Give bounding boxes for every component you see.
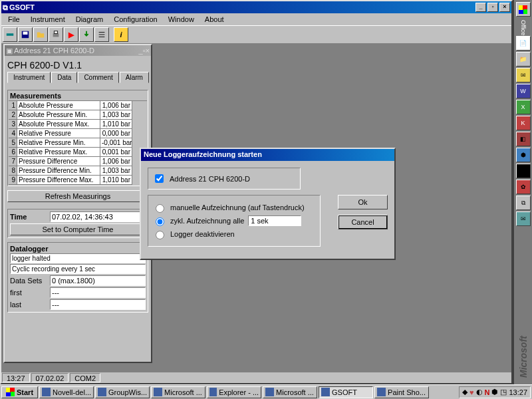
dialog-title: Neue Loggeraufzeichnung starten bbox=[141, 149, 394, 161]
tool-info-icon[interactable]: i bbox=[114, 27, 128, 42]
taskbar-button[interactable]: Paint Sho... bbox=[374, 386, 429, 398]
measurement-row: 4Relative Pressure0,000 bar bbox=[9, 129, 147, 138]
device-heading: CPH 6200-D V1.1 bbox=[7, 60, 148, 70]
tray-icon-4[interactable]: N bbox=[485, 388, 490, 396]
office-shortcut-11[interactable]: ⧉ bbox=[516, 196, 531, 210]
taskbar-button[interactable]: Microsoft ... bbox=[263, 386, 317, 398]
measurement-row: 6Relative Pressure Max.0,001 bar bbox=[9, 148, 147, 157]
status-port: COM2 bbox=[70, 373, 100, 382]
office-shortcut-1[interactable]: 📄 bbox=[516, 36, 531, 51]
child-close-button[interactable]: × bbox=[146, 47, 150, 55]
taskbar-button[interactable]: Novell-del... bbox=[39, 386, 94, 398]
office-shortcut-2[interactable]: 📁 bbox=[516, 52, 531, 66]
last-field bbox=[50, 299, 146, 310]
office-shortcut-3[interactable]: ✉ bbox=[516, 68, 531, 82]
logger-status-2: Cyclic recording every 1 sec bbox=[10, 264, 146, 274]
child-title: Address 21 CPH 6200-D bbox=[13, 47, 139, 55]
menu-window[interactable]: Window bbox=[163, 14, 200, 25]
office-bar: Office 📄 📁 ✉ W X K ◧ ⬢ ⬢ ✿ ⧉ ✉ Microsoft bbox=[513, 0, 532, 384]
tab-comment[interactable]: Comment bbox=[78, 72, 118, 83]
menu-about[interactable]: About bbox=[200, 14, 229, 25]
office-shortcut-9[interactable]: ⬢ bbox=[516, 164, 531, 178]
office-shortcut-7[interactable]: ◧ bbox=[516, 132, 531, 146]
radio-cyclic[interactable] bbox=[156, 217, 164, 226]
tray-icon-3[interactable]: ◐ bbox=[476, 388, 483, 396]
close-button[interactable]: × bbox=[499, 3, 510, 12]
instrument-window: ▣ Address 21 CPH 6200-D _ ▫ × CPH 6200-D… bbox=[3, 44, 152, 363]
time-field[interactable] bbox=[50, 211, 146, 222]
ok-button[interactable]: Ok bbox=[338, 195, 388, 209]
menu-instrument[interactable]: Instrument bbox=[25, 14, 70, 25]
device-checkbox[interactable] bbox=[155, 174, 164, 183]
system-tray: ◆ ♥ ◐ N ⬢ ◳ 13:27 bbox=[459, 386, 531, 398]
tool-download-icon[interactable] bbox=[79, 27, 94, 42]
logger-status-1: logger halted bbox=[10, 253, 146, 263]
app-icon: ⧉ bbox=[3, 3, 8, 12]
taskbar-button[interactable]: Explorer - ... bbox=[207, 386, 261, 398]
measurements-panel: Measurements 1Absolute Pressure1,006 bar… bbox=[7, 90, 148, 186]
office-shortcut-4[interactable]: W bbox=[516, 84, 531, 98]
taskbar-button[interactable]: Microsoft ... bbox=[151, 386, 205, 398]
first-field bbox=[50, 287, 146, 298]
measurement-row: 3Absolute Pressure Max.1,010 bar bbox=[9, 120, 147, 129]
tool-list-icon[interactable] bbox=[94, 27, 109, 42]
microsoft-label: Microsoft bbox=[518, 336, 529, 378]
tray-icon-1[interactable]: ◆ bbox=[462, 388, 467, 396]
tab-instrument[interactable]: Instrument bbox=[7, 72, 51, 83]
datasets-label: Data Sets bbox=[10, 277, 50, 285]
tool-save-icon[interactable] bbox=[18, 27, 33, 42]
maximize-button[interactable]: ▫ bbox=[487, 3, 498, 12]
office-shortcut-12[interactable]: ✉ bbox=[516, 211, 531, 226]
toolbar: ▶ i bbox=[1, 25, 511, 44]
tray-icon-6[interactable]: ◳ bbox=[500, 388, 507, 396]
radio-deactivate[interactable] bbox=[156, 231, 164, 239]
office-logo-icon[interactable] bbox=[516, 2, 531, 17]
tab-alarm[interactable]: Alarm bbox=[120, 72, 149, 83]
tool-open-icon[interactable] bbox=[33, 27, 48, 42]
measurements-title: Measurements bbox=[9, 91, 147, 101]
status-time: 13:27 bbox=[2, 373, 30, 382]
app-title: GSOFT bbox=[8, 3, 474, 11]
menubar: File Instrument Diagram Configuration Wi… bbox=[1, 13, 511, 25]
tool-print-icon[interactable] bbox=[49, 27, 63, 42]
windows-icon bbox=[6, 388, 15, 396]
menu-diagram[interactable]: Diagram bbox=[70, 14, 109, 25]
office-shortcut-8[interactable]: ⬢ bbox=[516, 148, 531, 162]
tool-record-icon[interactable]: ▶ bbox=[64, 27, 78, 42]
datalogger-title: Datalogger bbox=[10, 245, 146, 253]
office-shortcut-5[interactable]: X bbox=[516, 100, 531, 114]
taskbar-button[interactable]: GSOFT bbox=[319, 386, 373, 398]
set-time-button[interactable]: Set to Computer Time bbox=[10, 223, 146, 235]
tool-connect-icon[interactable] bbox=[3, 27, 17, 42]
menu-configuration[interactable]: Configuration bbox=[108, 14, 162, 25]
radio-manual[interactable] bbox=[156, 204, 164, 213]
office-shortcut-10[interactable]: ✿ bbox=[516, 180, 531, 194]
svg-rect-4 bbox=[54, 31, 57, 34]
menu-file[interactable]: File bbox=[3, 14, 25, 25]
tray-icon-5[interactable]: ⬢ bbox=[491, 388, 498, 396]
cyclic-interval-input[interactable] bbox=[248, 215, 301, 226]
office-label: Office bbox=[520, 20, 527, 35]
measurement-row: 1Absolute Pressure1,006 bar bbox=[9, 101, 147, 110]
tabs: Instrument Data Comment Alarm bbox=[7, 72, 148, 83]
office-shortcut-6[interactable]: K bbox=[516, 116, 531, 130]
refresh-button[interactable]: Refresh Measurings bbox=[7, 190, 148, 202]
child-titlebar: ▣ Address 21 CPH 6200-D _ ▫ × bbox=[5, 45, 151, 56]
radio-deactivate-label: Logger deaktivieren bbox=[170, 230, 235, 238]
statusbar: 13:27 07.02.02 COM2 bbox=[1, 372, 511, 383]
svg-rect-0 bbox=[7, 33, 14, 36]
logger-dialog: Neue Loggeraufzeichnung starten Address … bbox=[140, 148, 396, 260]
start-button[interactable]: Start bbox=[1, 386, 38, 398]
taskbar-button[interactable]: GroupWis... bbox=[95, 386, 150, 398]
measurement-row: 8Pressure Difference Min.1,003 bar bbox=[9, 166, 147, 176]
taskbar: Start Novell-del...GroupWis...Microsoft … bbox=[0, 384, 532, 399]
tab-data[interactable]: Data bbox=[51, 72, 77, 83]
status-date: 07.02.02 bbox=[31, 373, 69, 382]
cancel-button[interactable]: Cancel bbox=[338, 215, 388, 229]
measurement-row: 5Relative Pressure Min.-0,001 bar bbox=[9, 138, 147, 148]
device-label: Address 21 CPH 6200-D bbox=[170, 175, 250, 183]
measurement-row: 7Pressure Difference1,006 bar bbox=[9, 157, 147, 166]
measurement-row: 2Absolute Pressure Min.1,003 bar bbox=[9, 110, 147, 120]
tray-icon-2[interactable]: ♥ bbox=[469, 388, 474, 396]
minimize-button[interactable]: _ bbox=[475, 3, 486, 12]
